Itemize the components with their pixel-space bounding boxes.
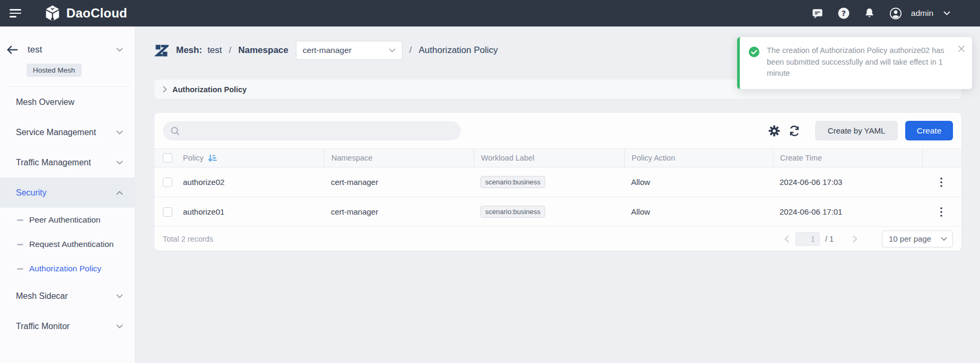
namespace-cell: cert-manager <box>324 178 474 187</box>
chevron-down-icon <box>116 161 123 165</box>
sidebar-item-label: Traffic Monitor <box>16 322 69 331</box>
panel-expand-chevron-icon <box>163 86 167 93</box>
pagination: / 1 10 per page <box>784 231 953 247</box>
toast-success-icon <box>748 46 760 58</box>
sidebar-item-peer-authentication[interactable]: Peer Authentication <box>0 208 135 232</box>
namespace-select-value: cert-manager <box>303 46 352 55</box>
search-icon <box>170 126 180 136</box>
column-header-policy[interactable]: Policy <box>176 149 324 167</box>
topbar-actions: ? admin <box>811 7 980 20</box>
per-page-value: 10 per page <box>889 234 931 243</box>
sidebar-item-label: Mesh Sidecar <box>16 291 68 301</box>
policy-action-cell: Allow <box>624 178 773 187</box>
column-header-workload-label[interactable]: Workload Label <box>474 149 624 167</box>
sidebar-item-mesh-overview[interactable]: Mesh Overview <box>0 87 135 117</box>
toast-close-icon[interactable] <box>958 45 965 52</box>
create-button[interactable]: Create <box>905 121 953 140</box>
dash-icon <box>17 244 23 245</box>
toast-message: The creation of Authorization Policy aut… <box>767 45 954 82</box>
sidebar-item-security[interactable]: Security <box>0 178 135 208</box>
sidebar-item-label: Traffic Management <box>16 158 91 167</box>
brand-logo: DaoCloud <box>43 4 127 22</box>
namespace-cell: cert-manager <box>324 207 474 216</box>
policy-table: Policy Namespace Workload Label Policy A… <box>154 148 961 227</box>
hamburger-menu-icon[interactable] <box>10 8 23 19</box>
select-chevron-icon <box>389 48 396 52</box>
table-row: authorize02 cert-manager scenario:busine… <box>154 167 961 197</box>
column-header-namespace[interactable]: Namespace <box>324 149 474 167</box>
search-box[interactable] <box>163 121 461 140</box>
total-records: Total 2 records <box>163 235 213 243</box>
mesh-icon <box>154 43 169 58</box>
breadcrumb-namespace-label: Namespace <box>238 45 288 56</box>
sidebar-item-label: Mesh Overview <box>16 98 74 107</box>
sidebar-item-label: Service Management <box>16 128 96 137</box>
create-by-yaml-button[interactable]: Create by YAML <box>815 121 898 140</box>
hosted-mesh-badge: Hosted Mesh <box>27 64 82 77</box>
prev-page-icon[interactable] <box>784 235 789 243</box>
sidebar-subitem-label: Peer Authentication <box>29 215 100 225</box>
policy-list-card: Create by YAML Create Policy <box>154 113 961 251</box>
svg-text:?: ? <box>842 9 846 17</box>
back-arrow-icon[interactable] <box>6 45 18 55</box>
notification-bell-icon[interactable] <box>863 7 876 20</box>
sidebar-subitem-label: Authorization Policy <box>29 264 101 273</box>
table-row: authorize01 cert-manager scenario:busine… <box>154 197 961 227</box>
per-page-select[interactable]: 10 per page <box>882 231 953 247</box>
policy-name-cell[interactable]: authorize02 <box>176 178 324 187</box>
column-header-policy-action[interactable]: Policy Action <box>624 149 773 167</box>
namespace-select[interactable]: cert-manager <box>296 41 402 60</box>
workload-label-tag: scenario:business <box>480 206 545 218</box>
column-header-actions <box>922 149 961 167</box>
select-all-checkbox[interactable] <box>163 153 172 163</box>
brand-name: DaoCloud <box>66 6 127 21</box>
breadcrumb-mesh-value[interactable]: test <box>207 45 222 56</box>
create-time-cell: 2024-06-06 17:01 <box>773 207 922 216</box>
breadcrumb-separator: / <box>409 45 412 56</box>
sidebar-mesh-header: test <box>0 41 135 58</box>
row-actions-kebab-icon[interactable] <box>934 205 949 219</box>
row-checkbox[interactable] <box>163 178 172 187</box>
settings-gear-icon[interactable] <box>767 124 781 138</box>
panel-title: Authorization Policy <box>172 85 247 94</box>
breadcrumb-page-title: Authorization Policy <box>419 45 498 56</box>
username[interactable]: admin <box>911 8 933 18</box>
sort-icon[interactable] <box>208 154 217 162</box>
policy-name-cell[interactable]: authorize01 <box>176 207 324 216</box>
table-footer: Total 2 records / 1 10 per page <box>154 227 961 251</box>
help-icon[interactable]: ? <box>837 7 850 20</box>
chevron-down-icon <box>116 294 123 298</box>
user-menu-chevron-icon[interactable] <box>943 11 950 15</box>
workload-label-tag: scenario:business <box>480 176 545 188</box>
user-avatar-icon[interactable] <box>889 7 902 20</box>
row-checkbox[interactable] <box>163 207 172 217</box>
sidebar-item-service-management[interactable]: Service Management <box>0 117 135 147</box>
sidebar-item-request-authentication[interactable]: Request Authentication <box>0 232 135 256</box>
search-input[interactable] <box>185 126 453 135</box>
breadcrumb-separator: / <box>229 45 232 56</box>
sidebar: test Hosted Mesh Mesh Overview Service M… <box>0 26 135 363</box>
sidebar-item-mesh-sidecar[interactable]: Mesh Sidecar <box>0 281 135 311</box>
next-page-icon[interactable] <box>853 235 858 243</box>
select-chevron-icon <box>941 237 947 241</box>
mesh-switch-chevron-icon[interactable] <box>116 48 123 52</box>
message-icon[interactable] <box>811 7 824 20</box>
daocloud-logo-icon <box>43 4 62 22</box>
breadcrumb-mesh-label: Mesh: <box>176 45 202 56</box>
table-header-row: Policy Namespace Workload Label Policy A… <box>154 148 961 167</box>
sidebar-item-label: Security <box>16 188 47 198</box>
row-actions-kebab-icon[interactable] <box>934 175 949 190</box>
page-input[interactable] <box>795 232 820 246</box>
app-window: DaoCloud ? admin <box>0 0 980 363</box>
create-time-cell: 2024-06-06 17:03 <box>773 178 922 187</box>
column-header-create-time[interactable]: Create Time <box>773 149 922 167</box>
sidebar-item-authorization-policy[interactable]: Authorization Policy <box>0 256 135 281</box>
dash-icon <box>17 219 23 221</box>
sidebar-item-traffic-monitor[interactable]: Traffic Monitor <box>0 311 135 341</box>
success-toast: The creation of Authorization Policy aut… <box>737 37 972 89</box>
table-toolbar: Create by YAML Create <box>154 113 961 148</box>
refresh-icon[interactable] <box>788 124 801 138</box>
chevron-down-icon <box>116 324 123 329</box>
current-mesh-name[interactable]: test <box>28 45 42 55</box>
sidebar-item-traffic-management[interactable]: Traffic Management <box>0 147 135 178</box>
